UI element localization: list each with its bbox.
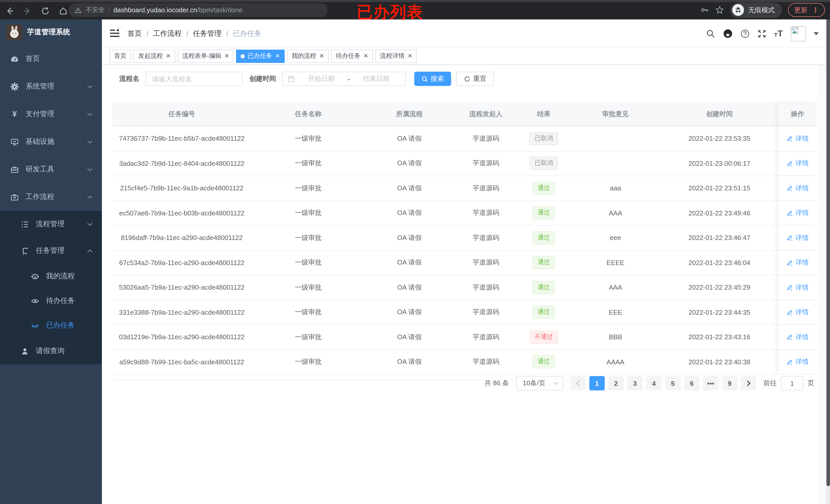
page-number-button[interactable]: 5 — [665, 376, 680, 391]
sidebar-menu-item[interactable]: 工作流程 — [0, 183, 102, 211]
cell-task-name: 一级审批 — [251, 176, 365, 200]
github-icon[interactable] — [723, 29, 733, 38]
breadcrumb-separator: / — [226, 29, 228, 38]
detail-link[interactable]: 详情 — [786, 258, 809, 267]
page-number-button[interactable]: 1 — [589, 376, 605, 391]
page-number-button[interactable]: 3 — [627, 376, 643, 391]
detail-link[interactable]: 详情 — [786, 208, 809, 218]
result-badge: 已取消 — [530, 157, 558, 170]
sidebar-collapse-icon[interactable] — [109, 28, 120, 38]
page-number-button[interactable]: 6 — [684, 376, 699, 391]
scrollbar-thumb[interactable] — [826, 20, 830, 486]
fullscreen-icon[interactable] — [757, 29, 767, 38]
page-number-button[interactable]: 4 — [646, 376, 662, 391]
page-scrollbar[interactable] — [826, 20, 830, 504]
search-icon[interactable] — [706, 29, 715, 38]
filter-form: 流程名 创建时间 开始日期 - 结束日期 搜索 重置 — [119, 72, 494, 86]
start-date-placeholder[interactable]: 开始日期 — [297, 74, 346, 83]
next-page-icon[interactable] — [741, 376, 756, 391]
cell-actions: 详情 — [777, 176, 817, 200]
page-number-button[interactable]: 2 — [608, 376, 624, 391]
cell-starter: 芋道源码 — [454, 176, 518, 200]
menu-item-label: 研发工具 — [26, 165, 54, 174]
detail-link[interactable]: 详情 — [786, 308, 809, 317]
table-row: 331e3388-7b9a-11ec-a290-acde48001122 一级审… — [112, 300, 817, 325]
cell-flow: OA 请假 — [365, 250, 454, 275]
sidebar-menu-item[interactable]: 请假查询 — [0, 338, 102, 364]
bookmark-star-icon[interactable] — [715, 6, 724, 14]
page-tab[interactable]: 待办任务 ✕ — [331, 49, 373, 63]
app-logo[interactable]: 芋道管理系统 — [0, 20, 102, 45]
tab-close-icon[interactable]: ✕ — [275, 53, 280, 59]
detail-link[interactable]: 详情 — [786, 134, 809, 143]
breadcrumb-item[interactable]: 首页/ — [127, 29, 153, 38]
page-tab[interactable]: 首页 ✕ — [109, 49, 131, 63]
cell-starter: 芋道源码 — [454, 250, 518, 275]
result-badge: 通过 — [533, 256, 555, 269]
end-date-placeholder[interactable]: 结束日期 — [352, 74, 401, 83]
sidebar: 芋道管理系统 首页 系统管理 ¥ 支付管理 基础设施 — [0, 20, 102, 504]
sidebar-menu-item[interactable]: 研发工具 — [0, 156, 102, 183]
breadcrumb-item[interactable]: 工作流程/ — [153, 29, 193, 38]
breadcrumb-item[interactable]: 任务管理/ — [193, 29, 233, 38]
key-icon[interactable] — [700, 6, 709, 14]
font-size-icon[interactable]: TT — [774, 29, 783, 38]
tab-close-icon[interactable]: ✕ — [166, 53, 170, 59]
page-tab[interactable]: 流程表单-编辑 ✕ — [178, 49, 233, 63]
sidebar-menu-item[interactable]: 系统管理 — [0, 73, 102, 100]
tab-close-icon[interactable]: ✕ — [319, 53, 324, 59]
update-button[interactable]: 更新 ⋮ — [788, 3, 825, 17]
reset-button[interactable]: 重置 — [456, 72, 494, 86]
cell-task-name: 一级审批 — [251, 325, 365, 349]
detail-link[interactable]: 详情 — [786, 333, 809, 342]
page-size-select[interactable]: 10条/页 — [516, 376, 563, 391]
goto-page-input[interactable] — [781, 376, 803, 391]
tab-close-icon[interactable]: ✕ — [408, 53, 412, 59]
sidebar-menu-item[interactable]: 待办任务 — [0, 289, 102, 313]
search-button[interactable]: 搜索 — [414, 72, 451, 86]
process-name-input[interactable] — [146, 72, 243, 86]
tab-close-icon[interactable]: ✕ — [363, 53, 368, 59]
browser-menu-icon[interactable]: ⋮ — [812, 7, 819, 13]
avatar-caret-icon[interactable] — [813, 32, 819, 35]
cell-flow: OA 请假 — [365, 300, 454, 325]
tab-label: 发起流程 — [138, 52, 163, 60]
detail-link[interactable]: 详情 — [786, 283, 809, 292]
breadcrumb-item[interactable]: 已办任务/ — [233, 29, 261, 38]
page-number-button[interactable]: ••• — [703, 376, 719, 391]
sidebar-menu-item[interactable]: 基础设施 — [0, 128, 102, 156]
column-header: 流程发起人 — [454, 102, 518, 126]
sidebar-menu-item[interactable]: 已办任务 — [0, 313, 102, 338]
sidebar-menu-item[interactable]: ¥ 支付管理 — [0, 100, 102, 128]
sidebar-menu-item[interactable]: 我的流程 — [0, 264, 102, 289]
menu-item-icon — [31, 272, 39, 281]
page-number-button[interactable]: 9 — [722, 376, 737, 391]
process-name-label: 流程名 — [119, 74, 139, 83]
sidebar-menu-item[interactable]: 首页 — [0, 45, 102, 73]
page-tab[interactable]: 已办任务 ✕ — [236, 49, 284, 63]
sidebar-menu-item[interactable]: 流程管理 — [0, 211, 102, 237]
page-tab[interactable]: 发起流程 ✕ — [134, 49, 175, 63]
back-icon[interactable] — [5, 6, 14, 15]
chevron-down-icon — [87, 112, 93, 116]
detail-link[interactable]: 详情 — [786, 233, 809, 242]
detail-link[interactable]: 详情 — [786, 184, 809, 193]
cell-create-time: 2022-01-22 23:46:04 — [662, 250, 777, 275]
page-tab[interactable]: 我的流程 ✕ — [287, 49, 328, 63]
home-icon[interactable] — [59, 6, 68, 15]
address-bar[interactable]: 不安全 dashboard.yudao.iocoder.cn/bpm/task/… — [69, 3, 328, 17]
avatar[interactable] — [791, 26, 806, 41]
cell-create-time: 2022-01-22 23:53:35 — [662, 126, 777, 151]
tab-close-icon[interactable]: ✕ — [224, 53, 229, 59]
detail-link[interactable]: 详情 — [786, 358, 809, 367]
reload-icon[interactable] — [41, 6, 50, 15]
column-header: 任务编号 — [112, 102, 251, 126]
forward-icon[interactable] — [23, 6, 32, 15]
page-tab[interactable]: 流程详情 ✕ — [375, 49, 417, 63]
detail-link[interactable]: 详情 — [786, 159, 809, 168]
cell-create-time: 2022-01-22 23:40:38 — [662, 350, 777, 374]
prev-page-icon[interactable] — [570, 376, 586, 391]
sidebar-menu-item[interactable]: 任务管理 — [0, 237, 102, 264]
date-range-picker[interactable]: 开始日期 - 结束日期 — [282, 72, 406, 86]
help-icon[interactable] — [740, 29, 749, 38]
